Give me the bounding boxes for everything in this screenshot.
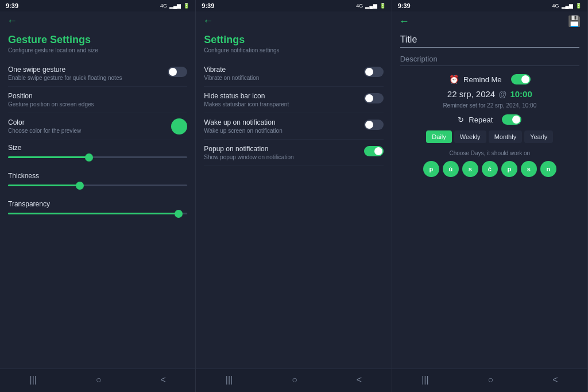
thickness-fill	[8, 185, 80, 186]
days-label: Choose Days, it should work on	[400, 150, 579, 156]
setting-label-popup: Popup on notification	[204, 145, 359, 153]
setting-label-statusbar: Hide status bar icon	[204, 92, 359, 100]
setting-desc-position: Gesture position on screen edges	[8, 101, 183, 107]
signal-icon-3: 4G	[552, 3, 559, 9]
toggle-vibrate[interactable]	[364, 67, 384, 77]
day-friday[interactable]: p	[501, 161, 517, 177]
setting-desc-statusbar: Makes statusbar icon transparent	[204, 101, 359, 107]
title-field[interactable]: Title	[400, 34, 579, 48]
status-icons-3: 4G ▂▄▆ 🔋	[552, 3, 582, 9]
nav-recents-2[interactable]: |||	[226, 375, 233, 385]
signal-icon-1: 4G	[160, 3, 167, 9]
status-bar-3: 9:39 4G ▂▄▆ 🔋	[392, 0, 587, 11]
time-value[interactable]: 10:00	[510, 89, 532, 99]
reminder-info: Reminder set for 22 srp, 2024, 10:00	[400, 102, 579, 109]
screen1-subtitle: Configure gesture location and size	[8, 47, 187, 53]
nav-bar-3: ← 💾	[392, 11, 587, 31]
repeat-label: Repeat	[469, 116, 493, 124]
transparency-thumb[interactable]	[175, 210, 183, 218]
toggle-statusbar[interactable]	[364, 93, 384, 103]
nav-recents-3[interactable]: |||	[421, 375, 428, 385]
status-bar-2: 9:39 4G ▂▄▆ 🔋	[196, 0, 391, 11]
transparency-fill	[8, 213, 179, 214]
bottom-nav-1: ||| ○ <	[0, 368, 195, 392]
setting-text-swipe: One swipe gesture Enable swipe gesture f…	[8, 66, 168, 81]
transparency-track[interactable]	[8, 213, 187, 214]
screen2-title: Settings	[204, 34, 383, 46]
day-sunday[interactable]: n	[540, 161, 556, 177]
freq-yearly[interactable]: Yearly	[524, 130, 553, 143]
toggle-repeat[interactable]	[502, 114, 521, 125]
toggle-wakeup[interactable]	[364, 120, 384, 130]
freq-weekly[interactable]: Weekly	[454, 130, 486, 143]
nav-home-3[interactable]: ○	[488, 375, 494, 385]
thickness-thumb[interactable]	[76, 182, 84, 190]
status-time-1: 9:39	[6, 2, 18, 9]
setting-text-statusbar: Hide status bar icon Makes statusbar ico…	[204, 92, 363, 107]
status-icons-2: 4G ▂▄▆ 🔋	[356, 3, 385, 9]
repeat-icon: ↻	[458, 116, 464, 124]
setting-text-wakeup: Wake up on notification Wake up screen o…	[204, 118, 363, 134]
day-monday[interactable]: p	[423, 161, 439, 177]
status-icons-1: 4G ▂▄▆ 🔋	[160, 3, 189, 9]
setting-row-popup: Popup on notification Show popup window …	[204, 140, 383, 166]
day-tuesday[interactable]: ú	[443, 161, 459, 177]
thickness-track[interactable]	[8, 185, 187, 186]
nav-back-hw-1[interactable]: <	[160, 375, 165, 385]
setting-row-swipe: One swipe gesture Enable swipe gesture f…	[8, 60, 187, 87]
setting-row-vibrate: Vibrate Vibrate on notification	[204, 60, 383, 87]
nav-bar-1: ←	[0, 11, 195, 30]
date-at: @	[498, 90, 506, 99]
size-slider-section: Size	[8, 140, 187, 168]
bottom-nav-2: ||| ○ <	[196, 368, 391, 392]
back-button-1[interactable]: ←	[7, 15, 17, 27]
back-button-3[interactable]: ←	[399, 16, 409, 28]
size-track[interactable]	[8, 156, 187, 158]
toggle-remind[interactable]	[511, 74, 531, 84]
wifi-icon-2: ▂▄▆	[365, 3, 377, 9]
setting-text-color: Color Choose color for the preview	[8, 118, 171, 134]
nav-back-hw-2[interactable]: <	[357, 375, 362, 385]
date-value[interactable]: 22 srp, 2024	[447, 89, 495, 99]
save-button[interactable]: 💾	[568, 15, 581, 28]
day-wednesday[interactable]: s	[462, 161, 478, 177]
nav-back-hw-3[interactable]: <	[552, 375, 558, 385]
toggle-popup[interactable]	[364, 146, 384, 156]
size-thumb[interactable]	[85, 153, 93, 162]
wifi-icon-1: ▂▄▆	[169, 3, 181, 9]
day-thursday[interactable]: č	[482, 161, 498, 177]
description-field[interactable]: Description	[400, 55, 579, 66]
frequency-buttons: Daily Weekly Monthly Yearly	[400, 130, 579, 143]
transparency-slider-section: Transparency	[8, 197, 187, 225]
thickness-slider-section: Thickness	[8, 168, 187, 197]
nav-home-2[interactable]: ○	[292, 375, 297, 385]
setting-desc-popup: Show popup window on notification	[204, 154, 359, 160]
screen2-subtitle: Configure notification settings	[204, 47, 383, 53]
wifi-icon-3: ▂▄▆	[562, 3, 573, 9]
setting-desc-vibrate: Vibrate on notification	[204, 75, 359, 81]
screen1-title: Gesture Settings	[8, 34, 187, 46]
note-editor-screen: 9:39 4G ▂▄▆ 🔋 ← 💾 Title Description ⏰ Re…	[392, 0, 588, 392]
status-time-3: 9:39	[398, 2, 411, 9]
size-fill	[8, 156, 89, 158]
gesture-settings-screen: 9:39 4G ▂▄▆ 🔋 ← Gesture Settings Configu…	[0, 0, 196, 392]
remind-row: ⏰ Remind Me	[400, 74, 579, 84]
nav-recents-1[interactable]: |||	[29, 375, 36, 385]
color-picker-dot[interactable]	[171, 118, 187, 134]
nav-bar-2: ←	[196, 11, 391, 30]
setting-text-popup: Popup on notification Show popup window …	[204, 145, 363, 160]
nav-home-1[interactable]: ○	[96, 375, 102, 385]
toggle-swipe[interactable]	[168, 67, 187, 77]
status-bar-1: 9:39 4G ▂▄▆ 🔋	[0, 0, 195, 11]
setting-row-position[interactable]: Position Gesture position on screen edge…	[8, 87, 187, 113]
alarm-icon: ⏰	[449, 75, 459, 84]
setting-row-color[interactable]: Color Choose color for the preview	[8, 113, 187, 140]
freq-monthly[interactable]: Monthly	[489, 130, 523, 143]
battery-icon-1: 🔋	[183, 3, 189, 9]
datetime-row: 22 srp, 2024 @ 10:00	[400, 89, 579, 99]
setting-desc-color: Choose color for the preview	[8, 128, 167, 134]
signal-icon-2: 4G	[356, 3, 363, 9]
day-saturday[interactable]: s	[521, 161, 537, 177]
freq-daily[interactable]: Daily	[426, 130, 451, 143]
back-button-2[interactable]: ←	[203, 15, 213, 27]
